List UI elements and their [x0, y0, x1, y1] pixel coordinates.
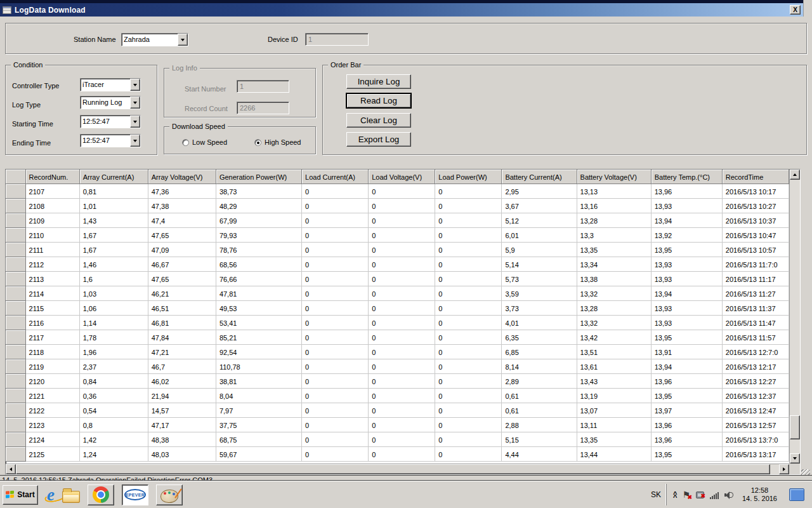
- table-cell[interactable]: 0: [435, 373, 502, 388]
- table-cell[interactable]: 46,02: [148, 373, 216, 388]
- table-cell[interactable]: 0: [435, 330, 502, 344]
- vertical-scroll-track[interactable]: [790, 180, 800, 453]
- table-cell[interactable]: 2120: [25, 373, 79, 388]
- table-cell[interactable]: 0: [435, 300, 502, 315]
- action-center-flag-icon[interactable]: ⚑✖: [682, 490, 690, 499]
- table-cell[interactable]: 2016/5/13 11:17: [722, 271, 789, 286]
- table-cell[interactable]: 0: [435, 403, 502, 417]
- table-cell[interactable]: 13,28: [577, 300, 651, 315]
- table-cell[interactable]: 0,81: [79, 184, 148, 198]
- table-cell[interactable]: 2016/5/13 11:37: [722, 300, 789, 315]
- table-row[interactable]: 21121,4646,6768,560005,1413,3413,932016/…: [6, 257, 789, 271]
- table-cell[interactable]: 0: [302, 257, 369, 271]
- table-cell[interactable]: 7,97: [216, 403, 301, 417]
- horizontal-scroll-thumb[interactable]: [16, 464, 770, 474]
- starting-time-combo[interactable]: 12:52:47: [80, 115, 141, 128]
- table-cell[interactable]: 85,21: [216, 330, 301, 344]
- table-cell[interactable]: 2016/5/13 10:47: [722, 227, 789, 242]
- table-cell[interactable]: 47,65: [148, 227, 216, 242]
- row-selector[interactable]: [6, 417, 25, 432]
- table-cell[interactable]: 1,78: [79, 330, 148, 344]
- table-cell[interactable]: 47,09: [148, 242, 216, 257]
- table-cell[interactable]: 0: [435, 388, 502, 403]
- table-cell[interactable]: 0: [369, 359, 435, 373]
- column-header[interactable]: Battery Current(A): [502, 170, 577, 184]
- table-cell[interactable]: 38,73: [216, 184, 301, 198]
- scroll-down-icon[interactable]: [790, 453, 800, 464]
- log-type-combo[interactable]: Running Log: [80, 96, 141, 109]
- table-cell[interactable]: 13,32: [577, 286, 651, 300]
- table-cell[interactable]: 2119: [25, 359, 79, 373]
- table-cell[interactable]: 38,81: [216, 373, 301, 388]
- table-cell[interactable]: 0: [369, 300, 435, 315]
- table-cell[interactable]: 0: [302, 330, 369, 344]
- table-cell[interactable]: 2113: [25, 271, 79, 286]
- chevron-down-icon[interactable]: [130, 135, 140, 147]
- table-cell[interactable]: 0,61: [502, 388, 577, 403]
- table-cell[interactable]: 0: [369, 403, 435, 417]
- column-header[interactable]: Load Voltage(V): [369, 170, 435, 184]
- table-cell[interactable]: 47,21: [148, 344, 216, 359]
- table-cell[interactable]: 0: [369, 417, 435, 432]
- table-cell[interactable]: 1,67: [79, 242, 148, 257]
- table-cell[interactable]: 1,96: [79, 344, 148, 359]
- table-cell[interactable]: 59,67: [216, 446, 301, 461]
- selector-column-header[interactable]: [6, 170, 25, 184]
- table-cell[interactable]: 0: [435, 344, 502, 359]
- table-cell[interactable]: 0: [435, 213, 502, 227]
- table-cell[interactable]: 13,35: [577, 432, 651, 446]
- table-cell[interactable]: 1,24: [79, 446, 148, 461]
- table-cell[interactable]: 0: [369, 315, 435, 330]
- row-selector[interactable]: [6, 271, 25, 286]
- table-cell[interactable]: 110,78: [216, 359, 301, 373]
- vertical-scroll-thumb[interactable]: [790, 415, 800, 439]
- table-row[interactable]: 21131,647,6576,660005,7313,3813,932016/5…: [6, 271, 789, 286]
- table-cell[interactable]: 2115: [25, 300, 79, 315]
- table-cell[interactable]: 2122: [25, 403, 79, 417]
- scroll-right-icon[interactable]: [779, 464, 789, 474]
- table-cell[interactable]: 0: [435, 417, 502, 432]
- table-cell[interactable]: 79,93: [216, 227, 301, 242]
- table-cell[interactable]: 1,6: [79, 271, 148, 286]
- table-cell[interactable]: 13,61: [577, 359, 651, 373]
- table-row[interactable]: 21111,6747,0978,760005,913,3513,952016/5…: [6, 242, 789, 257]
- table-row[interactable]: 21161,1446,8153,410004,0113,3213,932016/…: [6, 315, 789, 330]
- table-cell[interactable]: 47,81: [216, 286, 301, 300]
- row-selector[interactable]: [6, 227, 25, 242]
- table-cell[interactable]: 2123: [25, 417, 79, 432]
- table-cell[interactable]: 2121: [25, 388, 79, 403]
- row-selector[interactable]: [6, 373, 25, 388]
- table-cell[interactable]: 0: [302, 242, 369, 257]
- row-selector[interactable]: [6, 286, 25, 300]
- table-cell[interactable]: 0: [302, 184, 369, 198]
- table-cell[interactable]: 46,21: [148, 286, 216, 300]
- column-header[interactable]: Load Current(A): [302, 170, 369, 184]
- table-cell[interactable]: 2016/5/13 10:27: [722, 198, 789, 213]
- row-selector[interactable]: [6, 344, 25, 359]
- table-cell[interactable]: 2016/5/13 11:7:0: [722, 257, 789, 271]
- chrome-taskbar-button[interactable]: [88, 485, 114, 505]
- table-cell[interactable]: 0: [369, 286, 435, 300]
- table-cell[interactable]: 13,95: [651, 446, 722, 461]
- table-cell[interactable]: 47,84: [148, 330, 216, 344]
- export-log-button[interactable]: Export Log: [346, 132, 411, 147]
- row-selector[interactable]: [6, 359, 25, 373]
- table-cell[interactable]: 2114: [25, 286, 79, 300]
- table-cell[interactable]: 13,42: [577, 330, 651, 344]
- signal-strength-icon[interactable]: [710, 491, 719, 499]
- table-cell[interactable]: 47,38: [148, 198, 216, 213]
- table-cell[interactable]: 13,35: [577, 242, 651, 257]
- table-cell[interactable]: 3,59: [502, 286, 577, 300]
- table-cell[interactable]: 0: [302, 373, 369, 388]
- table-cell[interactable]: 0: [369, 242, 435, 257]
- table-cell[interactable]: 2108: [25, 198, 79, 213]
- table-cell[interactable]: 13,94: [651, 213, 722, 227]
- table-cell[interactable]: 5,12: [502, 213, 577, 227]
- table-cell[interactable]: 0,54: [79, 403, 148, 417]
- table-cell[interactable]: 48,38: [148, 432, 216, 446]
- vertical-scrollbar[interactable]: [789, 170, 800, 464]
- column-header[interactable]: RecordTime: [722, 170, 789, 184]
- row-selector[interactable]: [6, 198, 25, 213]
- table-cell[interactable]: 47,36: [148, 184, 216, 198]
- table-cell[interactable]: 0: [369, 373, 435, 388]
